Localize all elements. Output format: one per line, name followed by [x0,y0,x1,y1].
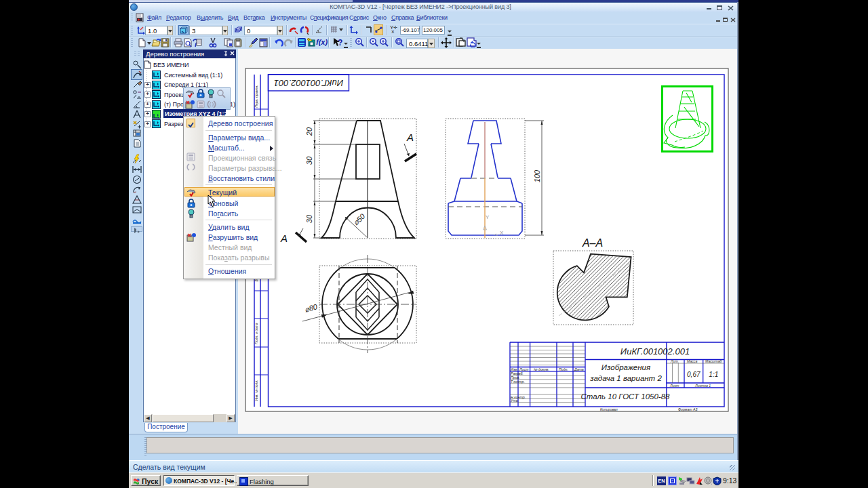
svg-text:Подп.: Подп. [559,367,568,371]
svg-text:Лит.: Лит. [670,359,679,363]
svg-text:Сталь 10 ГОСТ 1050-88: Сталь 10 ГОСТ 1050-88 [581,392,671,401]
svg-text:Y: Y [486,214,490,220]
svg-text:Изм.: Изм. [511,367,518,371]
svg-text:1:1: 1:1 [709,371,718,378]
svg-text:30: 30 [305,156,313,165]
svg-text:Дата: Дата [574,367,584,371]
svg-text:ИиКГ.001002.001: ИиКГ.001002.001 [274,78,343,88]
svg-text:№ докум.: № докум. [534,367,549,371]
svg-text:А: А [406,131,414,143]
svg-text:30: 30 [305,214,313,223]
svg-text:Копировал: Копировал [600,407,618,411]
svg-text:100: 100 [533,169,541,182]
svg-text:20: 20 [305,127,313,136]
svg-text:X: X [500,230,504,236]
svg-text:задача 1 вариант 2: задача 1 вариант 2 [589,374,662,382]
svg-text:Лист: Лист [669,384,679,388]
svg-text:Т.контр.: Т.контр. [511,380,525,384]
svg-text:Формат А3: Формат А3 [678,407,697,411]
svg-text:Инв. № подл.: Инв. № подл. [254,380,258,401]
svg-text:Масштаб: Масштаб [705,359,722,363]
svg-text:А: А [280,232,288,244]
svg-text:Изображения: Изображения [601,363,650,371]
svg-text:Лист: Лист [519,367,529,371]
svg-text:Подп. и дата: Подп. и дата [254,323,258,344]
svg-text:Утв.: Утв. [511,399,519,403]
svg-text:Листов 1: Листов 1 [694,384,711,388]
svg-text:0,67: 0,67 [687,371,701,378]
svg-text:Масса: Масса [687,359,697,363]
svg-text:А–А: А–А [582,237,603,249]
svg-text:Перв. примен.: Перв. примен. [254,85,258,107]
svg-text:ИиКГ.001002.001: ИиКГ.001002.001 [620,346,690,357]
